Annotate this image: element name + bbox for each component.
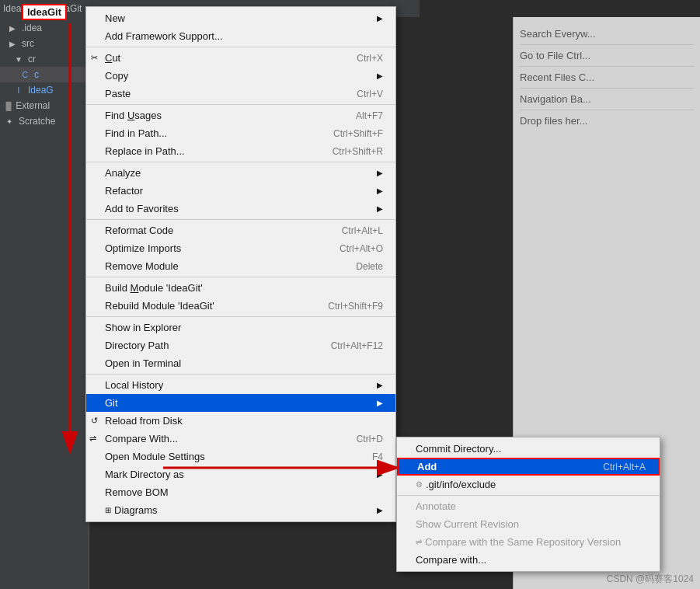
scissors-icon: ✂ (91, 53, 98, 63)
submenu-arrow: ▶ (377, 399, 383, 407)
sidebar-item-cr[interactable]: ▼ cr (0, 51, 89, 67)
menu-item-optimize-imports[interactable]: Optimize Imports Ctrl+Alt+O (86, 239, 395, 257)
folder-icon: ▶ (6, 22, 19, 34)
project-sidebar: ▶ .idea ▶ src ▼ cr C c I IdeaG ▐▌ Extern… (0, 17, 89, 589)
menu-item-remove-module[interactable]: Remove Module Delete (86, 257, 395, 275)
menu-item-compare-with[interactable]: ⇌ Compare With... Ctrl+D (86, 430, 395, 448)
separator-5 (86, 277, 395, 277)
separator-3 (86, 162, 395, 162)
separator-4 (86, 219, 395, 220)
sidebar-item-idea[interactable]: ▶ .idea (0, 20, 89, 36)
menu-item-refactor[interactable]: Refactor ▶ (86, 182, 395, 200)
ideagit-label: IdeaGit (22, 4, 67, 20)
submenu-arrow: ▶ (377, 71, 383, 80)
menu-item-replace-in-path[interactable]: Replace in Path... Ctrl+Shift+R (86, 142, 395, 160)
menu-item-local-history[interactable]: Local History ▶ (86, 376, 395, 394)
separator-6 (86, 316, 395, 317)
menu-item-build-module[interactable]: Build Module 'IdeaGit' (86, 279, 395, 297)
submenu-arrow: ▶ (377, 506, 383, 514)
menu-item-show-explorer[interactable]: Show in Explorer (86, 319, 395, 336)
reload-icon: ↺ (91, 416, 98, 426)
menu-item-new[interactable]: New ▶ (86, 9, 395, 27)
submenu-arrow: ▶ (377, 381, 383, 389)
folder-icon: ▶ (6, 37, 19, 50)
git-menu-commit[interactable]: Commit Directory... (397, 440, 660, 458)
menu-item-remove-bom[interactable]: Remove BOM (86, 483, 395, 501)
menu-item-copy[interactable]: Copy ▶ (86, 67, 395, 85)
right-panel-goto: Go to File Ctrl... (520, 45, 694, 67)
separator-7 (86, 374, 395, 375)
menu-item-open-terminal[interactable]: Open in Terminal (86, 354, 395, 372)
menu-item-cut[interactable]: ✂ Cut Ctrl+X (86, 49, 395, 67)
separator-1 (86, 47, 395, 47)
git-menu-compare-with[interactable]: Compare with... (397, 551, 660, 569)
right-panel-drop: Drop files her... (520, 110, 694, 131)
git-menu-add[interactable]: Add Ctrl+Alt+A (397, 458, 660, 476)
menu-item-diagrams[interactable]: ⊞Diagrams ▶ (86, 501, 395, 519)
git-separator-1 (397, 495, 660, 496)
scratch-icon: ✦ (3, 115, 16, 127)
sidebar-item-ideagit[interactable]: I IdeaG (0, 82, 89, 98)
separator-2 (86, 104, 395, 105)
menu-item-reload-disk[interactable]: ↺ Reload from Disk (86, 412, 395, 430)
git-menu-annotate: Annotate (397, 497, 660, 515)
menu-item-module-settings[interactable]: Open Module Settings F4 (86, 448, 395, 465)
menu-item-reformat[interactable]: Reformat Code Ctrl+Alt+L (86, 221, 395, 239)
menu-item-rebuild-module[interactable]: Rebuild Module 'IdeaGit' Ctrl+Shift+F9 (86, 297, 395, 315)
git-menu-compare-repo: ⇌Compare with the Same Repository Versio… (397, 533, 660, 551)
folder-open-icon: ▼ (12, 53, 25, 65)
sidebar-item-src[interactable]: ▶ src (0, 36, 89, 51)
submenu-arrow: ▶ (377, 204, 383, 213)
right-panel-recent: Recent Files C... (520, 67, 694, 89)
submenu-arrow: ▶ (377, 14, 383, 23)
menu-item-paste[interactable]: Paste Ctrl+V (86, 85, 395, 103)
menu-item-analyze[interactable]: Analyze ▶ (86, 164, 395, 182)
git-submenu: Commit Directory... Add Ctrl+Alt+A ⚙.git… (396, 437, 660, 572)
menu-item-directory-path[interactable]: Directory Path Ctrl+Alt+F12 (86, 336, 395, 354)
right-panel-search: Search Everyw... (520, 23, 694, 45)
menu-item-add-framework[interactable]: Add Framework Support... (86, 27, 395, 45)
file-icon: C (19, 68, 31, 81)
bar-chart-icon: ▐▌ (3, 102, 14, 110)
submenu-arrow: ▶ (377, 169, 383, 177)
submenu-arrow: ▶ (377, 470, 383, 479)
menu-item-find-in-path[interactable]: Find in Path... Ctrl+Shift+F (86, 124, 395, 142)
git-menu-show-revision: Show Current Revision (397, 515, 660, 533)
sidebar-item-scratche[interactable]: ✦ Scratche (0, 113, 89, 129)
context-menu: New ▶ Add Framework Support... ✂ Cut Ctr… (85, 6, 396, 522)
compare-icon: ⇌ (89, 434, 96, 444)
right-panel-navigation: Navigation Ba... (520, 89, 694, 110)
git-menu-exclude[interactable]: ⚙.git/info/exclude (397, 476, 660, 493)
submenu-arrow: ▶ (377, 186, 383, 195)
file-icon: I (12, 84, 25, 96)
watermark: CSDN @码赛客1024 (607, 573, 694, 586)
sidebar-item-c[interactable]: C c (0, 67, 89, 82)
menu-item-find-usages[interactable]: Find Usages Alt+F7 (86, 106, 395, 124)
menu-item-git[interactable]: Git ▶ (86, 394, 395, 412)
menu-item-add-favorites[interactable]: Add to Favorites ▶ (86, 200, 395, 218)
sidebar-item-external[interactable]: ▐▌ External (0, 98, 89, 113)
menu-item-mark-directory[interactable]: Mark Directory as ▶ (86, 465, 395, 483)
